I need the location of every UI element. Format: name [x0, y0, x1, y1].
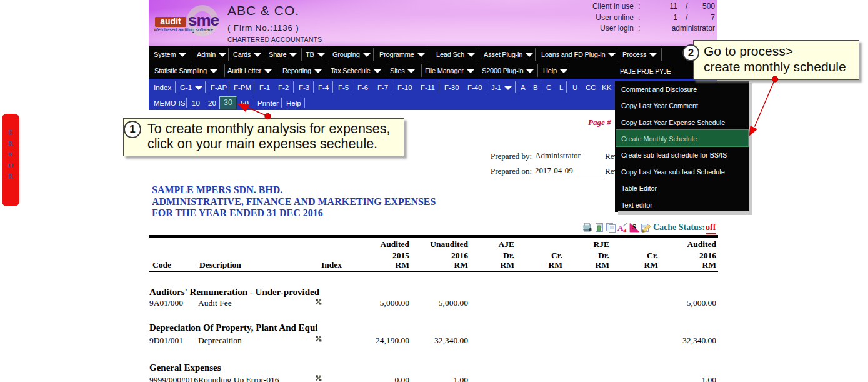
svg-text:a: a — [623, 226, 627, 233]
svg-text:S: S — [632, 223, 637, 231]
